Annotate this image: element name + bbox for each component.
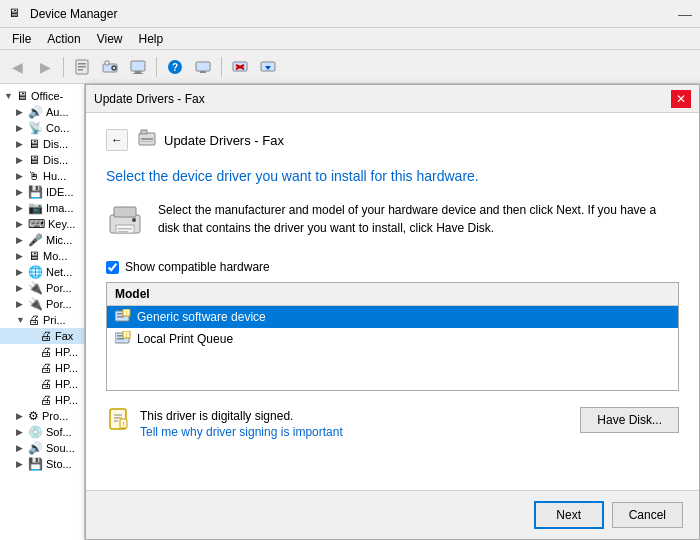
tree-dis1[interactable]: ▶ 🖥 Dis... xyxy=(0,136,84,152)
model-item-icon-local: ! xyxy=(115,331,131,347)
tree-print[interactable]: ▼ 🖨 Pri... xyxy=(0,312,84,328)
tree-hp4[interactable]: 🖨 HP... xyxy=(0,392,84,408)
tree-audio[interactable]: ▶ 🔊 Au... xyxy=(0,104,84,120)
sidebar-tree: ▼ 🖥 Office- ▶ 🔊 Au... ▶ 📡 Co... ▶ 🖥 Dis.… xyxy=(0,84,85,540)
device-btn[interactable] xyxy=(190,54,216,80)
model-listbox: Model ! Generic software device xyxy=(106,282,679,391)
toolbar: ◀ ▶ ? xyxy=(0,50,700,84)
signing-icon: ! xyxy=(106,407,130,436)
minimize-btn[interactable]: — xyxy=(678,7,692,21)
info-description: Select the manufacturer and model of you… xyxy=(158,201,679,237)
tree-sof[interactable]: ▶ 💿 Sof... xyxy=(0,424,84,440)
expand-audio: ▶ xyxy=(16,107,28,117)
info-section: Select the manufacturer and model of you… xyxy=(106,201,679,244)
svg-rect-22 xyxy=(141,141,153,142)
tree-sou[interactable]: ▶ 🔊 Sou... xyxy=(0,440,84,456)
compatible-hardware-row: Show compatible hardware xyxy=(106,260,679,274)
separator-1 xyxy=(63,57,64,77)
tree-hp1[interactable]: 🖨 HP... xyxy=(0,344,84,360)
model-item-generic[interactable]: ! Generic software device xyxy=(107,306,678,328)
expand-icon: ▼ xyxy=(4,91,16,101)
svg-rect-20 xyxy=(141,130,147,134)
fax-icon xyxy=(138,129,156,151)
tree-ima[interactable]: ▶ 📷 Ima... xyxy=(0,200,84,216)
tree-com[interactable]: ▶ 📡 Co... xyxy=(0,120,84,136)
separator-2 xyxy=(156,57,157,77)
next-btn[interactable]: Next xyxy=(534,501,604,529)
dialog-titlebar: Update Drivers - Fax ✕ xyxy=(86,85,699,113)
tree-key[interactable]: ▶ ⌨ Key... xyxy=(0,216,84,232)
tree-mo[interactable]: ▶ 🖥 Mo... xyxy=(0,248,84,264)
tree-hu[interactable]: ▶ 🖱 Hu... xyxy=(0,168,84,184)
show-compatible-checkbox[interactable] xyxy=(106,261,119,274)
model-item-icon-generic: ! xyxy=(115,309,131,325)
svg-rect-7 xyxy=(131,61,145,71)
download-btn[interactable] xyxy=(255,54,281,80)
forward-btn[interactable]: ▶ xyxy=(32,54,58,80)
signing-section: ! This driver is digitally signed. Tell … xyxy=(106,407,343,439)
help-btn[interactable]: ? xyxy=(162,54,188,80)
printer-icon xyxy=(106,203,144,244)
tree-sto[interactable]: ▶ 💾 Sto... xyxy=(0,456,84,472)
dialog-title: Update Drivers - Fax xyxy=(94,92,671,106)
root-icon: 🖥 xyxy=(16,89,28,103)
separator-3 xyxy=(221,57,222,77)
dialog-close-btn[interactable]: ✕ xyxy=(671,90,691,108)
svg-text:?: ? xyxy=(172,62,178,73)
dialog-nav: ← Update Drivers - Fax xyxy=(106,129,679,151)
svg-rect-9 xyxy=(133,73,143,74)
tree-net[interactable]: ▶ 🌐 Net... xyxy=(0,264,84,280)
dialog-footer: Next Cancel xyxy=(86,490,699,539)
update-drivers-dialog: Update Drivers - Fax ✕ ← Update Drivers … xyxy=(85,84,700,540)
main-layout: ▼ 🖥 Office- ▶ 🔊 Au... ▶ 📡 Co... ▶ 🖥 Dis.… xyxy=(0,84,700,540)
remove-btn[interactable] xyxy=(227,54,253,80)
listbox-empty-space xyxy=(107,350,678,390)
tree-dis2[interactable]: ▶ 🖥 Dis... xyxy=(0,152,84,168)
svg-rect-12 xyxy=(196,62,210,71)
back-btn[interactable]: ◀ xyxy=(4,54,30,80)
app-title: Device Manager xyxy=(30,7,678,21)
tree-root[interactable]: ▼ 🖥 Office- xyxy=(0,88,84,104)
svg-rect-5 xyxy=(105,61,109,65)
model-item-label-generic: Generic software device xyxy=(137,310,266,324)
tree-por1[interactable]: ▶ 🔌 Por... xyxy=(0,280,84,296)
menu-view[interactable]: View xyxy=(89,30,131,48)
tree-hp3[interactable]: 🖨 HP... xyxy=(0,376,84,392)
svg-text:!: ! xyxy=(123,421,125,427)
properties-btn[interactable] xyxy=(69,54,95,80)
cancel-btn[interactable]: Cancel xyxy=(612,502,683,528)
tree-fax[interactable]: 🖨 Fax xyxy=(0,328,84,344)
tree-mic[interactable]: ▶ 🎤 Mic... xyxy=(0,232,84,248)
menu-action[interactable]: Action xyxy=(39,30,88,48)
svg-rect-1 xyxy=(78,63,86,65)
model-item-local-print[interactable]: ! Local Print Queue xyxy=(107,328,678,350)
dialog-body: ← Update Drivers - Fax Select the device… xyxy=(86,113,699,490)
scan-btn[interactable] xyxy=(97,54,123,80)
computer-btn[interactable] xyxy=(125,54,151,80)
signing-link[interactable]: Tell me why driver signing is important xyxy=(140,425,343,439)
tree-hp2[interactable]: 🖨 HP... xyxy=(0,360,84,376)
svg-rect-8 xyxy=(135,71,141,73)
menu-bar: File Action View Help xyxy=(0,28,700,50)
svg-rect-3 xyxy=(78,69,83,71)
menu-file[interactable]: File xyxy=(4,30,39,48)
app-icon: 🖥 xyxy=(8,6,24,22)
title-bar: 🖥 Device Manager — xyxy=(0,0,700,28)
menu-help[interactable]: Help xyxy=(131,30,172,48)
svg-rect-21 xyxy=(141,138,153,140)
model-column-header: Model xyxy=(107,283,678,306)
tree-por2[interactable]: ▶ 🔌 Por... xyxy=(0,296,84,312)
svg-rect-2 xyxy=(78,66,86,68)
tree-pro[interactable]: ▶ ⚙ Pro... xyxy=(0,408,84,424)
svg-rect-24 xyxy=(114,207,136,217)
svg-point-28 xyxy=(132,218,136,222)
model-item-label-local: Local Print Queue xyxy=(137,332,233,346)
compatible-hardware-label[interactable]: Show compatible hardware xyxy=(125,260,270,274)
dialog-nav-title: Update Drivers - Fax xyxy=(164,133,284,148)
have-disk-btn[interactable]: Have Disk... xyxy=(580,407,679,433)
dialog-heading: Select the device driver you want to ins… xyxy=(106,167,679,185)
signing-text: This driver is digitally signed. xyxy=(140,407,343,425)
tree-ide[interactable]: ▶ 💾 IDE... xyxy=(0,184,84,200)
nav-back-btn[interactable]: ← xyxy=(106,129,128,151)
svg-rect-13 xyxy=(200,71,206,73)
